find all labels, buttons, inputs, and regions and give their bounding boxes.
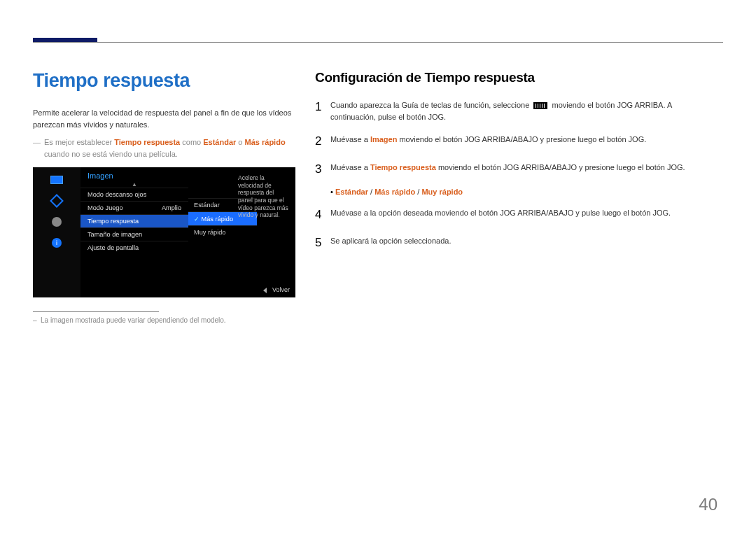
intro-paragraph: Permite acelerar la velocidad de respues…: [33, 107, 295, 131]
step-number: 5: [315, 234, 330, 252]
osd-row-label: Tiempo respuesta: [88, 218, 139, 225]
page-number: 40: [699, 495, 718, 514]
note-term-tiempo: Tiempo respuesta: [114, 138, 180, 146]
osd-main-menu: Imagen ▲ Modo descanso ojos Modo JuegoAm…: [80, 167, 188, 254]
section-heading: Configuración de Tiempo respuesta: [315, 70, 718, 85]
osd-row-label: Modo descanso ojos: [88, 191, 146, 198]
option-masrapido: Más rápido: [374, 188, 415, 196]
note-text: cuando no se está viendo una película.: [44, 150, 178, 158]
step-5: 5 Se aplicará la opción seleccionada.: [315, 234, 718, 252]
note-paragraph: Es mejor establecer Tiempo respuesta com…: [33, 136, 295, 160]
step-text: Muévase a: [330, 135, 370, 143]
osd-description: Acelere la velocidad de respuesta del pa…: [235, 171, 293, 222]
step-text: Muévase a: [330, 163, 370, 171]
osd-option-muyrapido: Muy rápido: [188, 225, 257, 239]
term-imagen: Imagen: [370, 135, 398, 143]
step-number: 4: [315, 206, 330, 224]
step-4: 4 Muévase a la opción deseada moviendo e…: [315, 206, 718, 224]
steps-list: 1 Cuando aparezca la Guía de teclas de f…: [315, 98, 718, 178]
option-sep: /: [368, 188, 374, 196]
info-icon: i: [50, 236, 64, 250]
note-text: como: [180, 138, 203, 146]
step-body: Muévase a la opción deseada moviendo el …: [330, 206, 718, 224]
osd-row-tamano: Tamaño de imagen: [80, 227, 188, 241]
step-text: moviendo el botón JOG ARRIBA/ABAJO y pre…: [436, 163, 685, 171]
step-body: Cuando aparezca la Guía de teclas de fun…: [330, 98, 718, 122]
option-muyrapido: Muy rápido: [421, 188, 463, 196]
osd-row-label: Tamaño de imagen: [88, 231, 142, 238]
step-body: Muévase a Imagen moviendo el botón JOG A…: [330, 132, 718, 150]
osd-row-descanso: Modo descanso ojos: [80, 188, 188, 201]
osd-row-label: Ajuste de pantalla: [88, 244, 139, 251]
option-estandar: Estándar: [335, 188, 368, 196]
note-term-masrapido: Más rápido: [245, 138, 286, 146]
osd-menu-title: Imagen: [80, 167, 188, 181]
options-list: Estándar / Más rápido / Muy rápido: [330, 188, 718, 196]
osd-row-label: Modo Juego: [88, 204, 123, 211]
osd-row-juego: Modo JuegoAmplio: [80, 201, 188, 214]
settings-icon: [50, 215, 64, 229]
osd-row-value: Amplio: [162, 204, 181, 211]
step-2: 2 Muévase a Imagen moviendo el botón JOG…: [315, 132, 718, 150]
image-disclaimer: La imagen mostrada puede variar dependie…: [33, 316, 295, 324]
osd-row-ajuste: Ajuste de pantalla: [80, 241, 188, 254]
function-key-icon: [533, 102, 547, 109]
note-text: Es mejor establecer: [44, 138, 114, 146]
term-tiempo-respuesta: Tiempo respuesta: [370, 163, 436, 171]
step-3: 3 Muévase a Tiempo respuesta moviendo el…: [315, 160, 718, 178]
step-text: moviendo el botón JOG ARRIBA/ABAJO y pre…: [397, 135, 646, 143]
note-text: o: [236, 138, 244, 146]
page-title: Tiempo respuesta: [33, 70, 295, 92]
header-rule: [33, 42, 723, 43]
left-column: Tiempo respuesta Permite acelerar la vel…: [33, 70, 295, 324]
steps-list-cont: 4 Muévase a la opción deseada moviendo e…: [315, 206, 718, 251]
osd-screenshot: i Imagen ▲ Modo descanso ojos Modo Juego…: [33, 167, 295, 297]
osd-sidebar: i: [33, 167, 80, 297]
step-text: Cuando aparezca la Guía de teclas de fun…: [330, 101, 531, 109]
note-term-estandar: Estándar: [203, 138, 236, 146]
monitor-icon: [50, 173, 64, 187]
picture-icon: [50, 194, 64, 208]
right-column: Configuración de Tiempo respuesta 1 Cuan…: [315, 70, 718, 261]
step-body: Se aplicará la opción seleccionada.: [330, 234, 718, 252]
step-number: 3: [315, 160, 330, 178]
footnote-rule: [33, 311, 159, 312]
osd-back-label: Volver: [272, 286, 290, 293]
scroll-up-indicator: ▲: [80, 181, 188, 188]
back-arrow-icon: [263, 288, 267, 293]
step-body: Muévase a Tiempo respuesta moviendo el b…: [330, 160, 718, 178]
step-number: 2: [315, 132, 330, 150]
step-1: 1 Cuando aparezca la Guía de teclas de f…: [315, 98, 718, 122]
step-number: 1: [315, 98, 330, 122]
osd-footer: Volver: [263, 286, 290, 293]
osd-row-tiempo-active: Tiempo respuesta: [80, 214, 188, 227]
